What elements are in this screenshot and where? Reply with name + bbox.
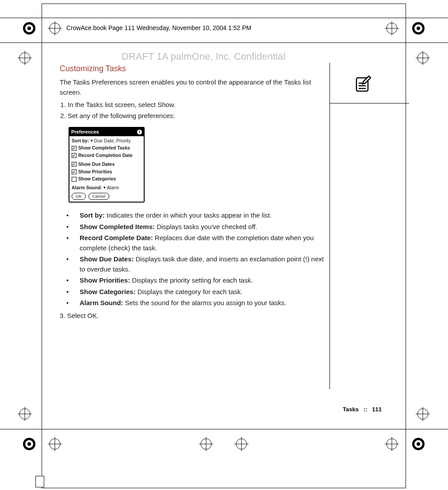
pref-label: Show Categories bbox=[78, 176, 116, 183]
dropdown-icon: ▾ bbox=[91, 138, 93, 144]
crosshair-icon bbox=[416, 407, 430, 421]
alarm-row[interactable]: Alarm Sound: ▾ Alarm bbox=[72, 184, 142, 191]
svg-point-11 bbox=[417, 27, 420, 30]
list-item: Show Categories: Displays the category f… bbox=[73, 287, 325, 297]
pref-label: Record Completion Date bbox=[78, 152, 133, 159]
section-title: Customizing Tasks bbox=[60, 63, 325, 75]
checkbox-icon[interactable] bbox=[72, 146, 77, 151]
page-footer: Tasks :: 111 bbox=[343, 406, 382, 413]
pref-label: Show Completed Tasks bbox=[78, 145, 130, 152]
alarm-label: Alarm Sound: bbox=[72, 184, 102, 191]
pref-checkbox-row[interactable]: Show Priorities bbox=[72, 168, 142, 176]
sidebar-divider bbox=[329, 63, 330, 389]
preferences-screenshot: Preferences i Sort by: ▾ Due Date, Prior… bbox=[69, 127, 145, 203]
pref-checkbox-row[interactable]: Show Categories bbox=[72, 176, 142, 183]
bullet-label: Show Completed Items: bbox=[80, 223, 155, 230]
prefs-title-text: Preferences bbox=[71, 128, 99, 136]
intro-text: The Tasks Preferences screen enables you… bbox=[60, 77, 325, 97]
svg-point-26 bbox=[27, 442, 31, 446]
list-item: Show Due Dates: Displays task due date, … bbox=[73, 254, 325, 274]
crosshair-icon bbox=[48, 21, 62, 35]
sortby-label: Sort by: bbox=[72, 138, 89, 145]
list-item: Record Complete Date: Replaces due date … bbox=[73, 233, 325, 253]
draft-watermark: DRAFT 1A palmOne, Inc. Confidential bbox=[122, 51, 285, 62]
bullet-label: Record Complete Date: bbox=[80, 234, 153, 241]
rule-top bbox=[0, 42, 448, 43]
footer-page: 111 bbox=[372, 406, 382, 413]
list-item: Show Completed Items: Displays tasks you… bbox=[73, 222, 325, 232]
svg-point-41 bbox=[417, 442, 420, 446]
checkbox-icon[interactable] bbox=[72, 162, 77, 167]
crosshair-icon bbox=[416, 51, 430, 65]
list-item: Alarm Sound: Sets the sound for the alar… bbox=[73, 298, 325, 308]
bullet-list: Sort by: Indicates the order in which yo… bbox=[60, 211, 325, 308]
crosshair-icon bbox=[385, 21, 399, 35]
list-item: Show Priorities: Displays the priority s… bbox=[73, 276, 325, 286]
rule-bottom bbox=[0, 429, 448, 429]
pref-label: Show Due Dates bbox=[78, 161, 115, 168]
pref-label: Show Priorities bbox=[78, 168, 112, 176]
step-item: 3. Select OK. bbox=[60, 311, 325, 321]
ok-button[interactable]: OK bbox=[72, 193, 86, 200]
bullet-label: Show Due Dates: bbox=[80, 255, 134, 263]
sort-by-row[interactable]: Sort by: ▾ Due Date, Priority bbox=[72, 138, 142, 145]
bullet-label: Alarm Sound: bbox=[80, 299, 123, 306]
footer-section: Tasks bbox=[343, 406, 359, 413]
svg-point-2 bbox=[27, 27, 31, 30]
reg-mark-icon bbox=[22, 437, 36, 451]
sortby-value: Due Date, Priority bbox=[94, 138, 131, 145]
checkbox-icon[interactable] bbox=[72, 153, 77, 158]
info-icon[interactable]: i bbox=[137, 130, 142, 134]
crosshair-icon bbox=[18, 407, 32, 421]
reg-mark-icon bbox=[411, 21, 425, 35]
prefs-titlebar: Preferences i bbox=[69, 128, 144, 136]
crosshair-icon bbox=[48, 437, 62, 451]
pref-checkbox-row[interactable]: Show Due Dates bbox=[72, 161, 142, 168]
crosshair-icon bbox=[234, 437, 249, 451]
alarm-value: Alarm bbox=[107, 184, 119, 191]
bullet-text: Displays the priority setting for each t… bbox=[130, 276, 253, 284]
sidebar-rule bbox=[329, 103, 409, 103]
bullet-text: Sets the sound for the alarms you assign… bbox=[123, 299, 286, 306]
running-header: CrowAce.book Page 111 Wednesday, Novembe… bbox=[66, 24, 251, 31]
color-marker bbox=[35, 476, 44, 487]
main-content: Customizing Tasks The Tasks Preferences … bbox=[60, 63, 325, 321]
step-item: In the Tasks list screen, select Show. bbox=[68, 100, 325, 110]
step-item: Set any of the following preferences: bbox=[68, 111, 325, 121]
dropdown-icon: ▾ bbox=[103, 185, 106, 191]
cancel-button[interactable]: Cancel bbox=[88, 193, 110, 200]
list-item: Sort by: Indicates the order in which yo… bbox=[73, 211, 325, 221]
checkbox-icon[interactable] bbox=[72, 177, 77, 182]
checkbox-icon[interactable] bbox=[72, 169, 77, 174]
step-list: In the Tasks list screen, select Show. S… bbox=[60, 100, 325, 121]
reg-mark-icon bbox=[22, 21, 36, 35]
crosshair-icon bbox=[18, 51, 32, 65]
note-icon bbox=[353, 74, 372, 94]
bullet-text: Indicates the order in which your tasks … bbox=[105, 211, 272, 219]
bullet-label: Show Priorities: bbox=[80, 276, 130, 284]
bullet-label: Sort by: bbox=[80, 211, 105, 219]
pref-checkbox-row[interactable]: Record Completion Date bbox=[72, 152, 142, 159]
crosshair-icon bbox=[385, 437, 399, 451]
crosshair-icon bbox=[199, 437, 213, 451]
footer-sep: :: bbox=[364, 406, 368, 413]
bullet-label: Show Categories: bbox=[80, 288, 136, 295]
pref-checkbox-row[interactable]: Show Completed Tasks bbox=[72, 145, 142, 152]
reg-mark-icon bbox=[411, 437, 425, 451]
bullet-text: Displays tasks you've checked off. bbox=[155, 223, 257, 230]
bullet-text: Displays the category for each task. bbox=[136, 288, 243, 295]
